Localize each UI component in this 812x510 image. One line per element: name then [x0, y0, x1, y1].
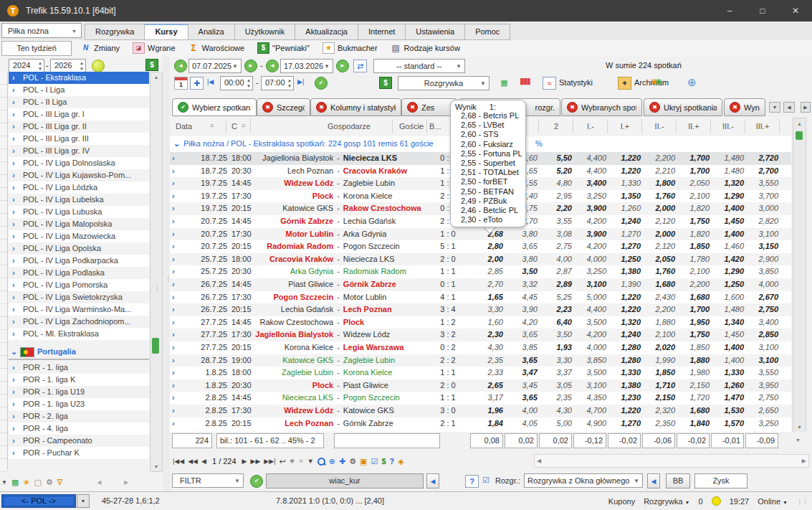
odds-cell[interactable]: 1,760 [644, 190, 675, 203]
spin-up-icon[interactable]: ▲ [38, 61, 42, 66]
rozgrywka-menu[interactable]: Rozgrywka ▼ [644, 497, 689, 506]
ribbon-button[interactable]: NZmiany [80, 43, 120, 53]
odds-cell[interactable]: 2,210 [644, 165, 675, 178]
green-window-icon[interactable]: ▦ [11, 478, 19, 487]
chevron-right-icon[interactable]: › [12, 362, 15, 374]
odds-cell[interactable]: 1,820 [678, 202, 710, 215]
odds-cell[interactable]: 1,850 [644, 367, 675, 379]
odds-cell[interactable]: 3,100 [747, 228, 778, 241]
odds-cell[interactable]: 2,020 [644, 341, 675, 354]
odds-cell[interactable]: 1,420 [712, 253, 744, 266]
odds-cell[interactable]: 1,340 [712, 316, 744, 329]
odds-cell[interactable]: 1,330 [609, 367, 641, 379]
odds-cell[interactable]: 2,850 [747, 329, 778, 341]
row-expand-icon[interactable]: › [172, 316, 175, 329]
odds-cell[interactable]: 1,65 [472, 291, 503, 304]
action-tab[interactable]: ✖Wybranych spotk [561, 98, 642, 116]
odds-cell[interactable]: 2,33 [472, 367, 503, 379]
row-expand-icon[interactable]: › [172, 190, 175, 203]
chevron-right-icon[interactable]: › [12, 279, 15, 291]
spin-up-icon[interactable]: ▲ [80, 61, 84, 66]
odds-cell[interactable]: 4,80 [540, 177, 572, 190]
chevron-right-icon[interactable]: › [12, 206, 15, 218]
column-header-III.+[interactable]: III.+ [747, 122, 778, 131]
odds-cell[interactable]: 4,45 [506, 291, 538, 304]
row-expand-icon[interactable]: › [172, 165, 175, 178]
chevron-right-icon[interactable]: › [12, 108, 15, 121]
odds-cell[interactable]: 3,950 [747, 379, 778, 392]
odds-cell[interactable]: 4,200 [575, 215, 606, 228]
table-row[interactable]: ›20.7.2520:15Radomiak Radom-Pogon Szczec… [170, 240, 791, 253]
odds-cell[interactable]: 2,35 [472, 354, 503, 367]
add-icon[interactable]: ⊕ [687, 76, 697, 89]
odds-cell[interactable]: 3,80 [506, 253, 538, 266]
odds-cell[interactable]: 1,880 [678, 354, 710, 367]
prev-fast-icon[interactable]: ◀◀ [188, 458, 198, 465]
chevron-right-icon[interactable]: › [12, 374, 15, 386]
date2-back-icon[interactable]: ◄ [266, 60, 279, 72]
odds-cell[interactable]: 1,680 [644, 278, 675, 291]
tab-rozgrywka[interactable]: Rozgrywka [85, 24, 145, 40]
gear-icon[interactable]: ⚙ [349, 457, 356, 466]
chevron-right-icon[interactable]: › [12, 410, 15, 422]
sidebar-item[interactable]: ›POL - IV Liga Malopolska [9, 218, 149, 230]
odds-cell[interactable]: 2,050 [644, 253, 675, 266]
odds-cell[interactable]: 1,220 [609, 152, 641, 165]
chevron-right-icon[interactable]: › [12, 230, 15, 242]
table-hscrollbar[interactable]: ◀ ▶ [534, 454, 809, 468]
odds-cell[interactable]: 4,30 [540, 405, 572, 417]
odds-cell[interactable]: 1,84 [472, 417, 503, 430]
sort-icon[interactable]: ≡ [242, 122, 245, 129]
table-row[interactable]: ›27.7.2514:45Rakow Czestochowa-Plock1 : … [170, 316, 791, 329]
last-page-icon[interactable]: ▶▶| [264, 458, 275, 465]
odds-cell[interactable]: 2,100 [678, 190, 710, 203]
chevron-right-icon[interactable]: › [12, 169, 15, 181]
row-expand-icon[interactable]: › [172, 177, 175, 190]
archive-icon[interactable]: ◈ [618, 77, 631, 90]
tab-analiza[interactable]: Analiza [188, 24, 235, 40]
league-nav-button[interactable]: <- POL -> [1, 494, 76, 508]
apply-left-button[interactable]: ◀ [426, 473, 439, 488]
chevron-right-icon[interactable]: › [12, 133, 15, 145]
odds-cell[interactable]: 1,400 [712, 228, 744, 241]
row-expand-icon[interactable]: › [172, 265, 175, 278]
chevron-right-icon[interactable]: › [12, 96, 15, 108]
odds-cell[interactable]: 3,400 [575, 177, 606, 190]
chevron-right-icon[interactable]: › [12, 435, 15, 447]
odds-cell[interactable]: 3,30 [472, 303, 503, 316]
wand-icon[interactable]: ✬ [23, 478, 29, 487]
row-expand-icon[interactable]: › [172, 405, 175, 417]
table-row[interactable]: ›28.7.2519:00Katowice GKS-Zaglebie Lubin… [170, 354, 791, 367]
odds-cell[interactable]: 2,200 [644, 303, 675, 316]
odds-cell[interactable]: 2,87 [540, 265, 572, 278]
odds-cell[interactable]: 2,30 [472, 329, 503, 341]
action-tab[interactable]: ✖Zes [401, 98, 457, 116]
time-from-spinner[interactable]: 00:00 ▲ ▼ [220, 76, 253, 90]
ribbon-button[interactable]: ◪Wgrane [133, 42, 176, 54]
row-expand-icon[interactable]: › [172, 417, 175, 430]
odds-cell[interactable]: 1,850 [678, 341, 710, 354]
action-tab[interactable]: ✔Wybierz spotkania [172, 98, 257, 116]
tabs-scroll-right-icon[interactable]: ▶ [801, 102, 811, 113]
odds-cell[interactable]: 1,450 [712, 329, 744, 341]
odds-cell[interactable]: 1,270 [609, 240, 641, 253]
tag-icon[interactable]: ◈ [398, 457, 403, 466]
gear-icon[interactable]: ⚙ [46, 478, 53, 487]
asterisk-icon[interactable]: ✳ [290, 458, 295, 465]
template-select[interactable]: -- standard -- ▼ [373, 59, 465, 73]
row-expand-icon[interactable]: › [172, 291, 175, 304]
row-expand-icon[interactable]: › [172, 202, 175, 215]
chevron-right-icon[interactable]: › [12, 422, 15, 435]
row-expand-icon[interactable]: › [172, 367, 175, 379]
row-expand-icon[interactable]: › [172, 278, 175, 291]
sidebar-item[interactable]: ›POL - III Liga gr. IV [9, 145, 149, 157]
odds-cell[interactable]: 4,400 [575, 165, 606, 178]
odds-cell[interactable]: 1,290 [712, 265, 744, 278]
column-header-gospodarze[interactable]: Gospodarze [306, 122, 392, 131]
odds-cell[interactable]: 2,75 [540, 240, 572, 253]
ribbon-button[interactable]: $"Pewniaki" [257, 42, 310, 54]
row-expand-icon[interactable]: › [172, 253, 175, 266]
date-to-select[interactable]: 17.03.2026 ▼ [280, 59, 333, 73]
odds-cell[interactable]: 4,000 [575, 341, 606, 354]
ribbon-button[interactable]: ★Bukmacher [323, 42, 378, 54]
